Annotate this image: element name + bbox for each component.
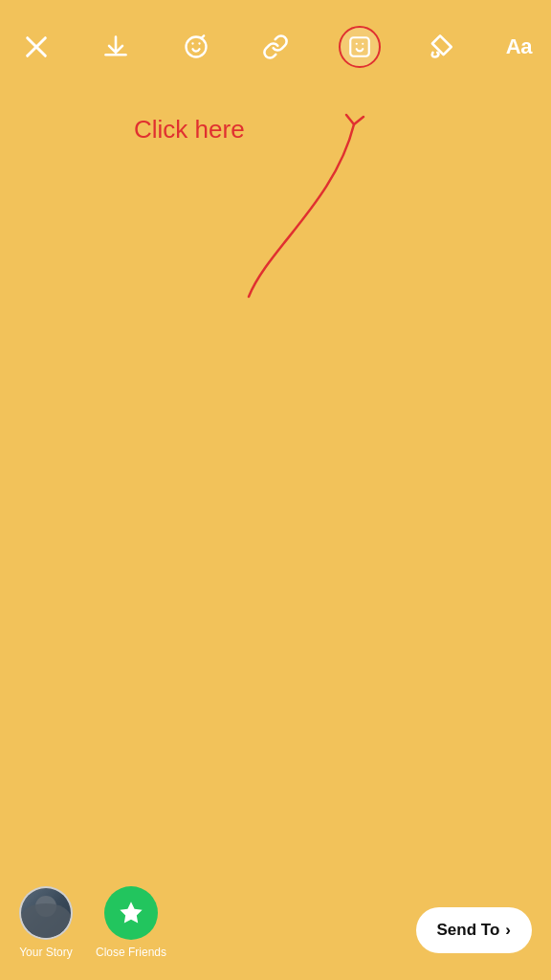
sticker-button[interactable] <box>339 26 381 68</box>
close-friends-option[interactable]: Close Friends <box>96 886 166 959</box>
click-here-text: Click here <box>134 115 245 144</box>
text-button[interactable]: Aa <box>506 34 532 59</box>
your-story-label: Your Story <box>19 946 73 959</box>
face-emoji-button[interactable] <box>179 30 213 64</box>
story-editor-canvas: Aa Click here Your Story <box>0 0 551 980</box>
svg-marker-4 <box>120 902 142 923</box>
send-to-button[interactable]: Send To › <box>416 907 532 953</box>
brush-button[interactable] <box>426 30 460 64</box>
your-story-avatar <box>19 886 73 940</box>
close-button[interactable] <box>19 30 54 64</box>
bottom-bar: Your Story Close Friends Send To › <box>0 875 551 980</box>
close-friends-label: Close Friends <box>96 946 166 959</box>
your-story-option[interactable]: Your Story <box>19 886 73 959</box>
download-button[interactable] <box>99 30 133 64</box>
svg-point-2 <box>186 37 206 57</box>
svg-rect-3 <box>350 37 369 56</box>
chevron-right-icon: › <box>505 921 511 940</box>
send-to-label: Send To <box>437 921 500 940</box>
toolbar: Aa <box>0 0 551 77</box>
close-friends-icon <box>104 886 158 940</box>
annotation-area: Click here <box>134 115 245 145</box>
link-button[interactable] <box>258 30 293 64</box>
